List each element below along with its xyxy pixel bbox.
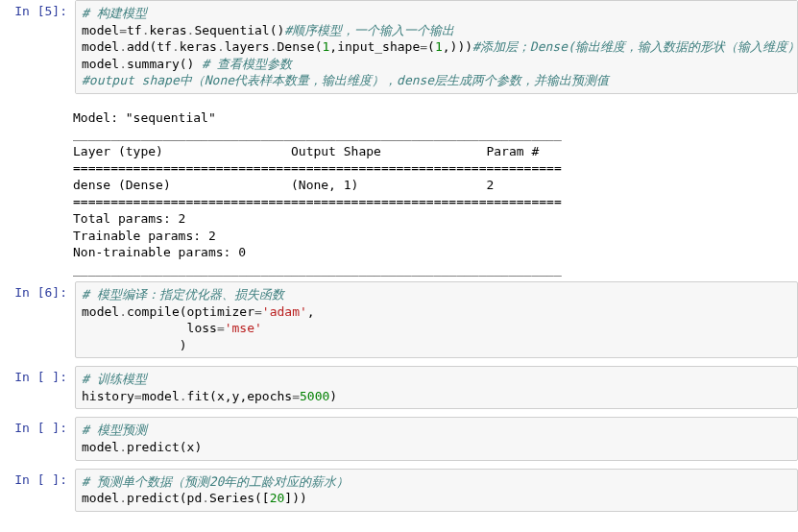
code-token: model bbox=[82, 304, 119, 319]
comment: # 模型编译：指定优化器、损失函数 bbox=[82, 287, 284, 302]
output-line: Trainable params: 2 bbox=[73, 229, 216, 243]
code-token: Sequential() bbox=[194, 23, 284, 37]
code-token: layers bbox=[225, 39, 270, 54]
code-token: model bbox=[82, 39, 119, 54]
code-token: = bbox=[420, 39, 427, 54]
code-input-5[interactable]: # 构建模型 model=tf.keras.Sequential()#顺序模型，… bbox=[75, 0, 798, 94]
comment: # 查看模型参数 bbox=[202, 57, 292, 71]
code-token: = bbox=[134, 389, 142, 403]
code-token: ( bbox=[427, 39, 435, 54]
output-line: Model: "sequential" bbox=[73, 110, 216, 125]
code-token: add(tf bbox=[127, 39, 172, 54]
code-cell-5: In [5]: # 构建模型 model=tf.keras.Sequential… bbox=[0, 0, 798, 94]
comment: #顺序模型，一个输入一个输出 bbox=[284, 23, 454, 37]
code-token: fit(x,y,epochs bbox=[187, 389, 293, 403]
output-line: ========================================… bbox=[73, 160, 562, 175]
output-line: ________________________________________… bbox=[73, 127, 562, 141]
comment: # 预测单个数据（预测20年的工龄对应的薪水） bbox=[82, 474, 349, 489]
code-cell-9: In [ ]: # 预测单个数据（预测20年的工龄对应的薪水） model.pr… bbox=[0, 469, 798, 512]
code-token: 'adam' bbox=[262, 304, 307, 319]
comment: # 模型预测 bbox=[82, 423, 147, 437]
code-token: compile(optimizer bbox=[127, 304, 254, 319]
code-token: . bbox=[217, 39, 225, 54]
code-token: ) bbox=[329, 389, 337, 403]
code-token: = bbox=[119, 23, 127, 37]
code-token: model bbox=[82, 57, 119, 71]
out-prompt-blank bbox=[0, 102, 67, 281]
prompt-in-9: In [ ]: bbox=[0, 469, 75, 512]
code-token: ,))) bbox=[443, 39, 472, 54]
code-input-9[interactable]: # 预测单个数据（预测20年的工龄对应的薪水） model.predict(pd… bbox=[75, 469, 798, 512]
code-cell-8: In [ ]: # 模型预测 model.predict(x) bbox=[0, 417, 798, 460]
code-token: = bbox=[254, 304, 262, 319]
prompt-in-5: In [5]: bbox=[0, 0, 75, 94]
code-token: . bbox=[119, 440, 127, 454]
code-token: predict(x) bbox=[127, 440, 202, 454]
output-cell-5: Model: "sequential" ____________________… bbox=[0, 102, 798, 281]
output-line: Layer (type) Output Shape Param # bbox=[73, 144, 562, 158]
code-cell-7: In [ ]: # 训练模型 history=model.fit(x,y,epo… bbox=[0, 366, 798, 409]
prompt-in-6: In [6]: bbox=[0, 281, 75, 358]
code-token: Series([ bbox=[209, 491, 270, 505]
code-token: model bbox=[82, 440, 119, 454]
comment: # 训练模型 bbox=[82, 372, 147, 386]
code-token: . bbox=[119, 491, 127, 505]
code-token: model bbox=[82, 491, 119, 505]
comment: # 构建模型 bbox=[82, 6, 147, 20]
code-token: tf bbox=[127, 23, 142, 37]
model-summary-output: Model: "sequential" ____________________… bbox=[67, 106, 798, 281]
code-token: keras bbox=[149, 23, 186, 37]
code-token: . bbox=[172, 39, 180, 54]
code-token: ) bbox=[82, 338, 187, 352]
code-token: . bbox=[270, 39, 278, 54]
code-token: 20 bbox=[270, 491, 285, 505]
code-token: = bbox=[292, 389, 300, 403]
code-token: summary() bbox=[127, 57, 202, 71]
code-token: . bbox=[119, 39, 127, 54]
code-token: . bbox=[119, 57, 127, 71]
code-token: , bbox=[307, 304, 315, 319]
output-line: dense (Dense) (None, 1) 2 bbox=[73, 178, 562, 192]
code-cell-6: In [6]: # 模型编译：指定优化器、损失函数 model.compile(… bbox=[0, 281, 798, 358]
code-token: keras bbox=[180, 39, 217, 54]
code-input-6[interactable]: # 模型编译：指定优化器、损失函数 model.compile(optimize… bbox=[75, 281, 798, 358]
code-token: Dense( bbox=[278, 39, 323, 54]
code-token: = bbox=[217, 321, 225, 335]
code-token: loss bbox=[82, 321, 217, 335]
code-token: . bbox=[180, 389, 187, 403]
code-token: model bbox=[142, 389, 180, 403]
output-line: Total params: 2 bbox=[73, 211, 185, 226]
prompt-in-8: In [ ]: bbox=[0, 417, 75, 460]
code-token: model bbox=[82, 23, 119, 37]
code-token: . bbox=[119, 304, 127, 319]
code-token: history bbox=[82, 389, 134, 403]
code-input-8[interactable]: # 模型预测 model.predict(x) bbox=[75, 417, 798, 460]
code-token: 1 bbox=[435, 39, 443, 54]
comment: #output shape中（None代表样本数量，输出维度），dense层生成… bbox=[82, 73, 609, 87]
code-token: . bbox=[202, 491, 209, 505]
output-line: ________________________________________… bbox=[73, 262, 562, 277]
code-token: ])) bbox=[284, 491, 306, 505]
code-token: 5000 bbox=[300, 389, 329, 403]
output-line: Non-trainable params: 0 bbox=[73, 245, 246, 259]
code-input-7[interactable]: # 训练模型 history=model.fit(x,y,epochs=5000… bbox=[75, 366, 798, 409]
prompt-in-7: In [ ]: bbox=[0, 366, 75, 409]
code-token: 'mse' bbox=[225, 321, 262, 335]
comment: #添加层；Dense(输出维度，输入数据的形状（输入维度）) bbox=[472, 39, 798, 54]
code-token: predict(pd bbox=[127, 491, 202, 505]
code-token: ,input_shape bbox=[329, 39, 420, 54]
output-line: ========================================… bbox=[73, 194, 562, 208]
